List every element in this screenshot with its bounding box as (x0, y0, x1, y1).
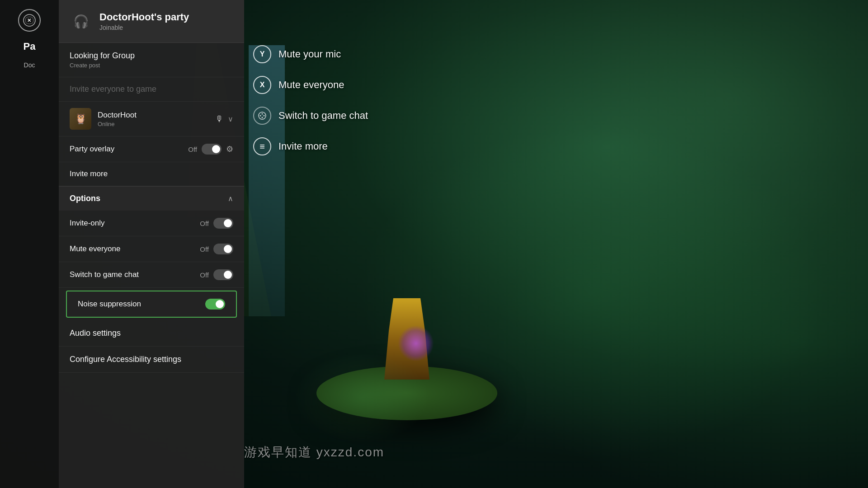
main-panel: 🎧 DoctorHoot's party Joinable Looking fo… (59, 0, 244, 488)
party-overlay-status: Off (188, 145, 197, 153)
party-subtitle: Joinable (99, 24, 189, 31)
noise-suppression-row[interactable]: Noise suppression (66, 291, 237, 318)
x-button: X (253, 76, 271, 94)
party-overlay-controls: Off ⚙ (188, 144, 233, 155)
b-button (253, 107, 271, 125)
noise-suppression-toggle[interactable] (205, 299, 225, 310)
shortcuts-panel: Y Mute your mic X Mute everyone Switch t… (253, 45, 368, 155)
party-header: 🎧 DoctorHoot's party Joinable (59, 0, 244, 43)
watermark: 游戏早知道 yxzzd.com (244, 444, 384, 461)
accessibility-settings-item[interactable]: Configure Accessibility settings (59, 347, 244, 373)
party-overlay-toggle[interactable] (202, 144, 222, 155)
mute-mic-label: Mute your mic (278, 48, 341, 60)
switch-game-chat-row: Switch to game chat Off (59, 262, 244, 288)
invite-everyone-item: Invite everyone to game (59, 77, 244, 102)
y-button: Y (253, 45, 271, 63)
member-row: 🦉 DoctorHoot Online 🎙 ∨ (59, 102, 244, 136)
looking-for-group-item[interactable]: Looking for Group Create post (59, 43, 244, 77)
svg-point-3 (264, 115, 265, 117)
noise-suppression-wrapper: Noise suppression (59, 288, 244, 320)
accessibility-settings-label: Configure Accessibility settings (70, 355, 181, 364)
member-chevron-icon[interactable]: ∨ (228, 115, 233, 123)
audio-settings-label: Audio settings (70, 328, 121, 338)
svg-point-1 (260, 115, 261, 117)
member-avatar: 🦉 (70, 108, 91, 130)
xbox-logo[interactable]: ✕ (18, 9, 41, 32)
options-header[interactable]: Options ∧ (59, 186, 244, 211)
mute-everyone-status: Off (200, 245, 209, 253)
mute-everyone-controls: Off (200, 244, 233, 254)
audio-settings-item[interactable]: Audio settings (59, 320, 244, 347)
invite-more-shortcut-label: Invite more (278, 141, 328, 152)
party-title: DoctorHoot's party (99, 11, 189, 23)
mute-everyone-option-label: Mute everyone (70, 244, 120, 253)
invite-everyone-label: Invite everyone to game (70, 84, 233, 94)
svg-point-0 (259, 112, 266, 119)
invite-more-item[interactable]: Invite more (59, 162, 244, 186)
member-actions: 🎙 ∨ (215, 114, 233, 124)
plant-glow-decoration (294, 352, 429, 443)
invite-only-label: Invite-only (70, 219, 104, 228)
member-info: DoctorHoot Online (98, 111, 209, 127)
sidebar-user-label: Doc (24, 61, 35, 69)
svg-point-2 (262, 113, 263, 115)
menu-button: ≡ (253, 137, 271, 155)
member-status: Online (98, 121, 209, 127)
lfg-label: Looking for Group (70, 51, 233, 61)
mute-everyone-toggle[interactable] (213, 244, 233, 254)
party-overlay-label-group: Party overlay (70, 145, 114, 154)
shortcut-invite-more: ≡ Invite more (253, 137, 368, 155)
game-chat-label: Switch to game chat (278, 110, 368, 122)
svg-text:✕: ✕ (27, 18, 31, 23)
party-overlay-settings-icon[interactable]: ⚙ (226, 144, 233, 154)
mic-icon: 🎙 (215, 114, 223, 124)
invite-only-row: Invite-only Off (59, 211, 244, 236)
member-name: DoctorHoot (98, 111, 209, 120)
mute-everyone-label: Mute everyone (278, 79, 344, 91)
noise-suppression-controls (205, 299, 225, 310)
mute-everyone-row: Mute everyone Off (59, 236, 244, 262)
invite-only-status: Off (200, 220, 209, 227)
switch-game-chat-label: Switch to game chat (70, 270, 139, 279)
party-headset-icon: 🎧 (70, 10, 92, 33)
party-info: DoctorHoot's party Joinable (99, 11, 189, 31)
noise-suppression-label: Noise suppression (78, 300, 141, 309)
options-chevron-icon: ∧ (228, 194, 233, 203)
options-title: Options (70, 194, 100, 203)
shortcut-mute-mic: Y Mute your mic (253, 45, 368, 63)
svg-point-4 (262, 117, 263, 118)
shortcut-mute-everyone: X Mute everyone (253, 76, 368, 94)
invite-only-toggle[interactable] (213, 218, 233, 229)
party-overlay-label: Party overlay (70, 145, 114, 154)
invite-more-label: Invite more (70, 169, 108, 178)
invite-only-controls: Off (200, 218, 233, 229)
sidebar: ✕ Pa Doc (0, 0, 59, 488)
sidebar-page-label: Pa (24, 41, 36, 52)
shortcut-game-chat: Switch to game chat (253, 107, 368, 125)
switch-game-chat-toggle[interactable] (213, 269, 233, 280)
switch-game-chat-status: Off (200, 271, 209, 279)
party-overlay-row: Party overlay Off ⚙ (59, 136, 244, 162)
create-post-label: Create post (70, 62, 233, 69)
switch-game-chat-controls: Off (200, 269, 233, 280)
